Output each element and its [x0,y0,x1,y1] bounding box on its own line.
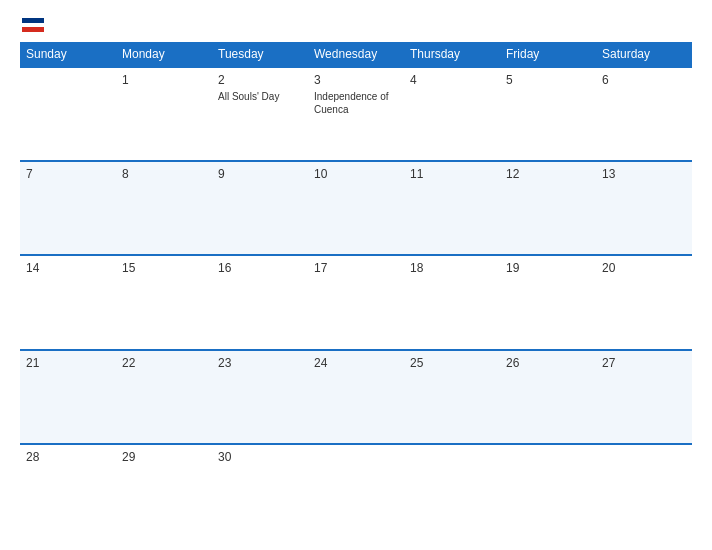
calendar-cell: 4 [404,67,500,161]
day-number: 24 [314,356,398,370]
calendar-cell [404,444,500,538]
calendar-cell: 10 [308,161,404,255]
calendar-table: SundayMondayTuesdayWednesdayThursdayFrid… [20,42,692,538]
calendar-cell [308,444,404,538]
day-number: 11 [410,167,494,181]
calendar-cell: 15 [116,255,212,349]
day-number: 10 [314,167,398,181]
calendar-cell: 8 [116,161,212,255]
calendar-cell: 21 [20,350,116,444]
calendar-cell: 7 [20,161,116,255]
day-number: 26 [506,356,590,370]
col-header-wednesday: Wednesday [308,42,404,67]
event-label: All Souls' Day [218,90,302,103]
col-header-thursday: Thursday [404,42,500,67]
calendar-cell: 30 [212,444,308,538]
day-number: 8 [122,167,206,181]
calendar-cell: 29 [116,444,212,538]
day-number: 28 [26,450,110,464]
day-number: 5 [506,73,590,87]
svg-rect-1 [22,23,44,27]
day-number: 22 [122,356,206,370]
day-number: 1 [122,73,206,87]
event-label: Independence of Cuenca [314,90,398,116]
calendar-cell: 2All Souls' Day [212,67,308,161]
calendar-week-row: 12All Souls' Day3Independence of Cuenca4… [20,67,692,161]
calendar-cell: 27 [596,350,692,444]
day-number: 9 [218,167,302,181]
calendar-cell: 16 [212,255,308,349]
day-number: 15 [122,261,206,275]
calendar-cell: 1 [116,67,212,161]
logo [20,18,44,32]
calendar-cell: 24 [308,350,404,444]
calendar-cell [596,444,692,538]
calendar-cell: 23 [212,350,308,444]
calendar-cell: 14 [20,255,116,349]
calendar-header-row: SundayMondayTuesdayWednesdayThursdayFrid… [20,42,692,67]
calendar-page: SundayMondayTuesdayWednesdayThursdayFrid… [0,0,712,550]
day-number: 12 [506,167,590,181]
calendar-cell: 25 [404,350,500,444]
day-number: 29 [122,450,206,464]
day-number: 3 [314,73,398,87]
calendar-week-row: 21222324252627 [20,350,692,444]
calendar-cell: 20 [596,255,692,349]
day-number: 14 [26,261,110,275]
calendar-cell: 19 [500,255,596,349]
col-header-friday: Friday [500,42,596,67]
calendar-cell: 3Independence of Cuenca [308,67,404,161]
day-number: 23 [218,356,302,370]
calendar-cell: 11 [404,161,500,255]
calendar-cell [500,444,596,538]
calendar-week-row: 78910111213 [20,161,692,255]
calendar-cell: 13 [596,161,692,255]
col-header-saturday: Saturday [596,42,692,67]
col-header-monday: Monday [116,42,212,67]
svg-rect-2 [22,27,44,32]
calendar-cell [20,67,116,161]
day-number: 13 [602,167,686,181]
calendar-cell: 12 [500,161,596,255]
day-number: 27 [602,356,686,370]
day-number: 17 [314,261,398,275]
day-number: 18 [410,261,494,275]
calendar-cell: 22 [116,350,212,444]
day-number: 20 [602,261,686,275]
calendar-week-row: 14151617181920 [20,255,692,349]
calendar-cell: 6 [596,67,692,161]
day-number: 21 [26,356,110,370]
day-number: 4 [410,73,494,87]
day-number: 6 [602,73,686,87]
day-number: 16 [218,261,302,275]
calendar-cell: 17 [308,255,404,349]
calendar-week-row: 282930 [20,444,692,538]
calendar-cell: 18 [404,255,500,349]
header [20,18,692,32]
day-number: 25 [410,356,494,370]
calendar-cell: 9 [212,161,308,255]
calendar-cell: 28 [20,444,116,538]
logo-flag-icon [22,18,44,32]
calendar-cell: 26 [500,350,596,444]
day-number: 30 [218,450,302,464]
col-header-tuesday: Tuesday [212,42,308,67]
col-header-sunday: Sunday [20,42,116,67]
day-number: 19 [506,261,590,275]
day-number: 7 [26,167,110,181]
calendar-cell: 5 [500,67,596,161]
day-number: 2 [218,73,302,87]
svg-rect-0 [22,18,44,23]
